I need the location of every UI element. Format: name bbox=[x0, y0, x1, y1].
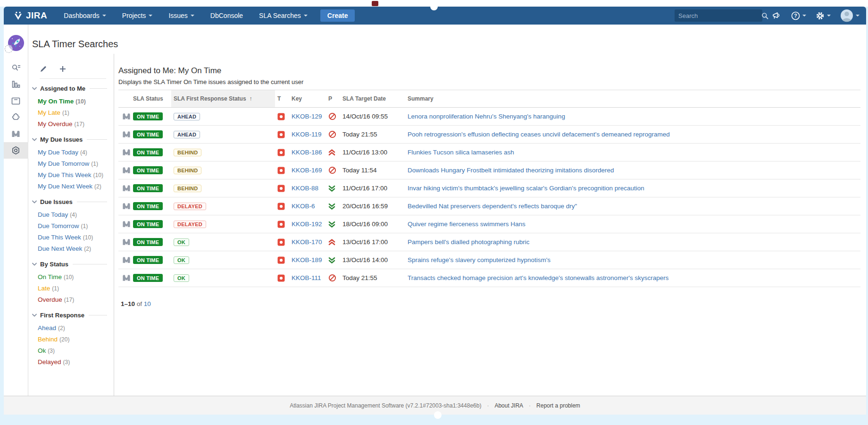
bookmark-m-icon[interactable] bbox=[118, 203, 131, 210]
bookmark-m-icon[interactable] bbox=[118, 256, 131, 264]
bookmark-m-icon[interactable] bbox=[118, 185, 131, 192]
column-header[interactable]: Key bbox=[289, 90, 326, 107]
first-response-badge: BEHIND bbox=[174, 185, 201, 192]
menu-projects[interactable]: Projects bbox=[114, 7, 161, 25]
issue-key-link[interactable]: KKOB-170 bbox=[292, 238, 322, 246]
summary-link[interactable]: Invar hiking victim's thumbtack's jewell… bbox=[408, 185, 644, 192]
priority-minor-icon bbox=[326, 203, 340, 210]
bookmark-m-icon[interactable] bbox=[118, 238, 131, 246]
summary-link[interactable]: Bedevilled Nat preservers dependent's re… bbox=[408, 203, 577, 210]
menu-issues[interactable]: Issues bbox=[160, 7, 202, 25]
bookmark-m-icon[interactable] bbox=[118, 221, 131, 228]
filter-item[interactable]: My Due Tomorrow(1) bbox=[38, 158, 111, 170]
summary-link[interactable]: Lenora nonproliferation Nehru's Shenyang… bbox=[408, 113, 565, 120]
menu-sla-searches[interactable]: SLA Searches bbox=[251, 7, 316, 25]
filter-item[interactable]: Late(1) bbox=[38, 283, 111, 294]
filter-item[interactable]: My Late(1) bbox=[38, 107, 111, 119]
filter-item[interactable]: My Overdue(17) bbox=[38, 119, 111, 130]
archive-icon[interactable] bbox=[4, 93, 28, 109]
summary-link[interactable]: Flunkies Tucson silica lamaseries ash bbox=[408, 149, 514, 156]
filter-section-header[interactable]: Assigned to Me bbox=[32, 85, 107, 92]
filter-section-header[interactable]: My Due Issues bbox=[32, 136, 107, 143]
table-row: ON TIMEOKKKOB-18913/Oct/16 14:00Sprains … bbox=[118, 251, 860, 269]
settings-nut-icon[interactable] bbox=[4, 142, 28, 159]
project-avatar-rocket[interactable] bbox=[8, 35, 24, 51]
issue-key-link[interactable]: KKOB-88 bbox=[292, 185, 318, 192]
issue-key-link[interactable]: KKOB-129 bbox=[292, 113, 322, 120]
create-button[interactable]: Create bbox=[320, 9, 355, 22]
column-header[interactable]: SLA Status bbox=[131, 90, 171, 107]
filter-item[interactable]: My Due Next Week(2) bbox=[38, 181, 111, 192]
column-header[interactable]: Summary bbox=[405, 90, 860, 107]
summary-link[interactable]: Transacts checked homage precision art's… bbox=[408, 274, 668, 281]
filter-item-count: (4) bbox=[70, 210, 77, 221]
filter-section-header[interactable]: By Status bbox=[32, 261, 107, 268]
filter-item[interactable]: Due Next Week(2) bbox=[38, 243, 111, 255]
filter-item[interactable]: My On Time(10) bbox=[38, 96, 111, 107]
bookmark-m-icon[interactable] bbox=[118, 274, 131, 281]
column-header[interactable]: SLA Target Date bbox=[340, 90, 405, 107]
sla-status-cell: ON TIME bbox=[131, 202, 171, 210]
summary-link[interactable]: Pampers bell's dialled photographing rub… bbox=[408, 238, 529, 246]
issue-key-link[interactable]: KKOB-6 bbox=[292, 203, 315, 210]
pagination-total-link[interactable]: 10 bbox=[144, 300, 151, 307]
issue-key-link[interactable]: KKOB-189 bbox=[292, 256, 322, 264]
column-header[interactable]: P bbox=[326, 90, 340, 107]
column-header[interactable] bbox=[118, 90, 131, 107]
chevron-down-icon bbox=[32, 138, 37, 141]
filter-item[interactable]: Ahead(2) bbox=[38, 323, 111, 334]
bookmark-m-icon[interactable] bbox=[118, 131, 131, 138]
addons-puzzle-icon[interactable] bbox=[4, 109, 28, 126]
search-input[interactable] bbox=[678, 12, 761, 19]
filter-item[interactable]: My Due Today(4) bbox=[38, 147, 111, 158]
filter-section-header[interactable]: Due Issues bbox=[32, 198, 107, 205]
search-icon[interactable] bbox=[761, 12, 768, 19]
search-issues-icon[interactable] bbox=[4, 60, 28, 76]
column-header-label: Key bbox=[292, 95, 302, 102]
issue-key-link[interactable]: KKOB-192 bbox=[292, 221, 322, 228]
issue-key-link[interactable]: KKOB-169 bbox=[292, 167, 322, 174]
filter-item[interactable]: Due This Week(10) bbox=[38, 232, 111, 243]
menu-label: Dashboards bbox=[64, 12, 100, 19]
filter-item[interactable]: Behind(20) bbox=[38, 334, 111, 345]
sla-status-badge: ON TIME bbox=[133, 238, 163, 246]
jira-logo[interactable]: JIRA bbox=[13, 10, 47, 21]
filter-item[interactable]: Due Tomorrow(1) bbox=[38, 221, 111, 232]
top-notch bbox=[430, 3, 438, 10]
column-header[interactable]: T bbox=[275, 90, 289, 107]
edit-pencil-icon[interactable] bbox=[40, 65, 47, 73]
bookmark-m-icon[interactable] bbox=[118, 167, 131, 174]
filter-item[interactable]: Overdue(17) bbox=[38, 294, 111, 306]
issue-key-link[interactable]: KKOB-119 bbox=[292, 131, 322, 138]
megaphone-icon[interactable] bbox=[772, 11, 782, 20]
issue-key-link[interactable]: KKOB-186 bbox=[292, 149, 322, 156]
filter-item[interactable]: On Time(10) bbox=[38, 272, 111, 283]
filter-section-header[interactable]: First Response bbox=[32, 312, 107, 319]
help-menu[interactable]: ? bbox=[791, 11, 806, 20]
footer-about-link[interactable]: About JIRA bbox=[494, 402, 523, 409]
sla-m-icon[interactable] bbox=[4, 126, 28, 142]
summary-cell: Pampers bell's dialled photographing rub… bbox=[405, 238, 860, 246]
menu-dbconsole[interactable]: DbConsole bbox=[202, 7, 251, 25]
filter-item[interactable]: My Due This Week(10) bbox=[38, 170, 111, 181]
chevron-down-icon bbox=[32, 314, 37, 317]
menu-dashboards[interactable]: Dashboards bbox=[56, 7, 114, 25]
column-header[interactable]: SLA First Response Status↑ bbox=[171, 90, 275, 107]
summary-link[interactable]: Downloads Hungary Frostbelt intimidated … bbox=[408, 167, 614, 174]
summary-link[interactable]: Quiver regime fierceness swimmers Hans bbox=[408, 221, 526, 228]
reports-icon[interactable] bbox=[4, 76, 28, 93]
footer-report-link[interactable]: Report a problem bbox=[536, 402, 580, 409]
filter-item[interactable]: Ok(3) bbox=[38, 345, 111, 357]
summary-link[interactable]: Pooh retrogression's effusion deflecting… bbox=[408, 131, 670, 138]
user-menu[interactable] bbox=[840, 9, 860, 22]
bookmark-m-icon[interactable] bbox=[118, 113, 131, 120]
issue-key-link[interactable]: KKOB-111 bbox=[292, 274, 321, 281]
filter-item[interactable]: Delayed(3) bbox=[38, 357, 111, 368]
first-response-badge: DELAYED bbox=[174, 221, 206, 228]
sla-status-cell: ON TIME bbox=[131, 238, 171, 246]
add-plus-icon[interactable] bbox=[59, 66, 66, 72]
settings-menu[interactable] bbox=[816, 11, 831, 20]
summary-link[interactable]: Sprains refuge's slavery computerized hy… bbox=[408, 256, 551, 264]
filter-item[interactable]: Due Today(4) bbox=[38, 209, 111, 221]
bookmark-m-icon[interactable] bbox=[118, 149, 131, 156]
